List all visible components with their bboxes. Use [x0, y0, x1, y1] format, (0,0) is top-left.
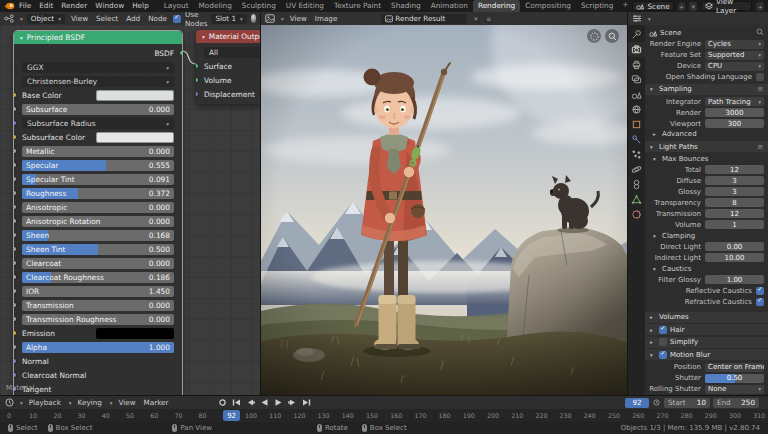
preview-range-toggle[interactable] — [652, 398, 661, 407]
blender-logo-icon[interactable] — [4, 2, 15, 10]
menu-node[interactable]: Node — [146, 14, 169, 23]
subsection-max-bounces[interactable]: ▾Max Bounces — [649, 154, 764, 164]
diffuse-bounces-field[interactable]: 3 — [705, 176, 764, 185]
workspace-tab-sculpting[interactable]: Sculpting — [237, 0, 281, 12]
output-target-select[interactable]: All — [204, 47, 260, 58]
float-socket-icon[interactable] — [14, 232, 17, 238]
tab-material[interactable] — [628, 207, 645, 222]
sheen-tint-slider[interactable]: Sheen Tint0.500 — [22, 244, 174, 255]
specular-tint-slider[interactable]: Specular Tint0.091 — [22, 174, 174, 185]
float-socket-icon[interactable] — [14, 302, 17, 308]
proportional-sphere-gizmo[interactable] — [587, 29, 601, 43]
simplify-checkbox[interactable] — [659, 338, 667, 346]
menu-view[interactable]: View — [288, 14, 309, 23]
anisotropic-slider[interactable]: Anisotropic0.000 — [22, 202, 174, 213]
menu-view[interactable]: View — [69, 14, 90, 23]
jump-to-start-button[interactable] — [230, 397, 243, 408]
auto-keying-button[interactable] — [216, 397, 229, 408]
collapse-arrow-icon[interactable]: ▾ — [20, 35, 23, 41]
search-icon[interactable] — [756, 28, 764, 38]
menu-file[interactable]: File — [15, 0, 35, 12]
principled-bsdf-node[interactable]: ▾Principled BSDF BSDF GGX Christensen-Bu… — [14, 31, 182, 395]
motion-blur-checkbox[interactable] — [659, 351, 667, 359]
shader-socket-icon[interactable] — [196, 63, 199, 69]
scene-selector[interactable]: Scene — [632, 1, 673, 11]
float-socket-icon[interactable] — [14, 148, 17, 154]
ior-slider[interactable]: IOR1.450 — [22, 286, 174, 297]
clamp-indirect-field[interactable]: 10.00 — [705, 253, 764, 262]
editor-type-icon[interactable] — [265, 14, 275, 23]
menu-edit[interactable]: Edit — [35, 0, 57, 12]
render-engine-select[interactable]: Cycles — [705, 40, 764, 49]
vector-socket-icon[interactable] — [14, 120, 17, 126]
node-header[interactable]: ▾Principled BSDF — [14, 31, 182, 44]
clamp-direct-field[interactable]: 0.00 — [705, 242, 764, 251]
node-header[interactable]: ▾Material Output — [196, 30, 260, 43]
image-menu-button[interactable]: ≡ — [484, 14, 493, 23]
shader-socket-icon[interactable] — [179, 50, 182, 56]
menu-view[interactable]: View — [117, 398, 138, 407]
section-sampling[interactable]: ▾Sampling≡ — [645, 84, 768, 95]
section-hair[interactable]: ▸Hair — [645, 324, 768, 335]
volume-bounces-field[interactable]: 1 — [705, 220, 764, 229]
section-motion-blur[interactable]: ▾Motion Blur — [645, 349, 768, 360]
workspace-tab-rendering[interactable]: Rendering — [473, 0, 520, 12]
float-socket-icon[interactable] — [14, 190, 17, 196]
collapse-arrow-icon[interactable]: ▾ — [202, 34, 205, 40]
shutter-slider[interactable]: 0.50 — [705, 374, 764, 383]
subsurface-slider[interactable]: Subsurface0.000 — [22, 104, 174, 115]
vector-socket-icon[interactable] — [14, 358, 17, 364]
image-datablock-select[interactable]: Render Result — [381, 14, 467, 24]
menu-add[interactable]: Add — [124, 14, 142, 23]
play-button[interactable] — [272, 397, 285, 408]
frame-start-field[interactable]: Start10 — [664, 398, 710, 408]
menu-marker[interactable]: Marker — [142, 398, 171, 407]
base-color-swatch[interactable] — [96, 90, 174, 101]
menu-playback[interactable]: Playback — [27, 398, 63, 407]
menu-help[interactable]: Help — [128, 0, 153, 12]
feature-set-select[interactable]: Supported — [705, 51, 764, 60]
section-volumes[interactable]: ▸Volumes — [645, 312, 768, 323]
float-socket-icon[interactable] — [14, 260, 17, 266]
material-preview-icon[interactable] — [251, 14, 256, 23]
unlink-image-button[interactable]: ✕ — [471, 14, 480, 23]
tab-object-data[interactable] — [628, 192, 645, 207]
float-socket-icon[interactable] — [14, 176, 17, 182]
integrator-select[interactable]: Path Tracing — [705, 97, 764, 106]
current-frame-field[interactable]: 92 — [625, 398, 649, 408]
workspace-tab-texturepaint[interactable]: Texture Paint — [329, 0, 386, 12]
add-view-layer-button[interactable]: + — [756, 2, 764, 11]
tab-tool[interactable] — [628, 27, 645, 42]
metallic-slider[interactable]: Metallic0.000 — [22, 146, 174, 157]
float-socket-icon[interactable] — [14, 106, 17, 112]
mb-position-select[interactable]: Center on Frame — [705, 363, 764, 372]
transmission-slider[interactable]: Transmission0.000 — [22, 300, 174, 311]
clearcoat-roughness-slider[interactable]: Clearcoat Roughness0.186 — [22, 272, 174, 283]
editor-type-icon[interactable] — [632, 14, 642, 23]
hair-checkbox[interactable] — [659, 326, 667, 334]
tab-constraints[interactable] — [628, 177, 645, 192]
transmission-roughness-slider[interactable]: Transmission Roughness0.000 — [22, 314, 174, 325]
subsurface-color-swatch[interactable] — [96, 132, 174, 143]
tab-modifiers[interactable] — [628, 132, 645, 147]
slot-select[interactable]: Slot 1 — [211, 14, 246, 24]
section-simplify[interactable]: ▸Simplify — [645, 337, 768, 348]
total-bounces-field[interactable]: 12 — [705, 165, 764, 174]
jump-to-end-button[interactable] — [300, 397, 313, 408]
subsection-clamping[interactable]: ▾Clamping — [649, 231, 764, 241]
filter-glossy-field[interactable]: 1.00 — [705, 275, 764, 284]
menu-window[interactable]: Window — [91, 0, 128, 12]
menu-render[interactable]: Render — [57, 0, 91, 12]
distribution-select[interactable]: GGX — [22, 62, 174, 73]
new-scene-button[interactable]: + — [678, 2, 686, 11]
float-socket-icon[interactable] — [14, 162, 17, 168]
workspace-tab-modeling[interactable]: Modeling — [194, 0, 237, 12]
view-layer-selector[interactable]: View Layer — [701, 1, 752, 11]
editor-type-icon[interactable] — [4, 14, 14, 23]
osl-checkbox[interactable] — [756, 73, 764, 81]
float-socket-icon[interactable] — [14, 274, 17, 280]
vector-socket-icon[interactable] — [196, 91, 199, 97]
unlink-scene-button[interactable]: ✕ — [689, 2, 697, 11]
tab-view-layer[interactable] — [628, 72, 645, 87]
preset-menu-icon[interactable]: ≡ — [757, 143, 763, 151]
